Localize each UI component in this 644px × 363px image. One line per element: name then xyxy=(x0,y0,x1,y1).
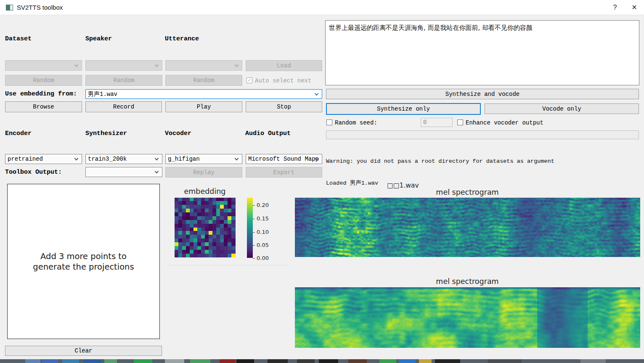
embedding-source-value: 男声1.wav xyxy=(88,90,117,98)
auto-select-next-label: Auto select next xyxy=(255,77,311,84)
mel-spectrogram-bottom-title: mel spectrogram xyxy=(425,277,509,286)
projections-plot: Add 3 more points to generate the projec… xyxy=(7,184,160,339)
chevron-down-icon xyxy=(155,156,159,161)
synthesizer-value: train3_200k xyxy=(88,156,127,162)
use-embedding-label: Use embedding from: xyxy=(5,90,77,98)
enhance-vocoder-label: Enhance vocoder output xyxy=(466,119,543,126)
vocoder-value: g_hifigan xyxy=(168,156,200,162)
toolbox-output-select[interactable] xyxy=(85,167,162,177)
synthesize-only-button[interactable]: Synthesize only xyxy=(326,103,481,115)
embedding-colorbar xyxy=(247,198,253,258)
mel-spectrogram-top xyxy=(295,198,640,257)
projections-message: Add 3 more points to generate the projec… xyxy=(33,251,134,272)
figure-divider xyxy=(167,265,289,265)
colorbar-tick: 0.10 xyxy=(257,229,269,235)
colorbar-tick: 0.20 xyxy=(257,202,269,208)
embedding-heatmap xyxy=(175,198,236,257)
chevron-down-icon xyxy=(74,156,79,161)
synthesize-and-vocode-button[interactable]: Synthesize and vocode xyxy=(326,89,639,99)
colorbar-tick: 0.15 xyxy=(257,215,269,222)
synthesizer-select[interactable]: train3_200k xyxy=(85,154,162,164)
embedding-title: embedding xyxy=(173,187,236,196)
utterance-select[interactable] xyxy=(165,60,242,71)
log-line: Warning: you did not pass a root directo… xyxy=(326,158,641,165)
play-button[interactable]: Play xyxy=(165,101,242,112)
app-icon xyxy=(6,5,13,11)
replay-button[interactable]: Replay xyxy=(165,167,242,178)
clear-button[interactable]: Clear xyxy=(5,346,162,356)
close-button[interactable]: ✕ xyxy=(625,0,644,15)
dataset-select[interactable] xyxy=(5,60,82,71)
toolbox-output-label: Toolbox Output: xyxy=(5,169,62,176)
mel-spectrogram-bottom xyxy=(295,287,640,348)
vocoder-label: Vocoder xyxy=(165,130,191,137)
chevron-down-icon xyxy=(235,63,239,67)
chevron-down-icon xyxy=(155,170,159,174)
load-button[interactable]: Load xyxy=(246,60,322,71)
dataset-label: Dataset xyxy=(5,35,32,42)
random-utterance-button[interactable]: Random xyxy=(165,75,242,86)
speaker-select[interactable] xyxy=(85,60,162,71)
colorbar-tick: 0.05 xyxy=(257,242,269,248)
vocode-only-button[interactable]: Vocode only xyxy=(485,103,639,114)
encoder-label: Encoder xyxy=(5,130,32,137)
progress-bar xyxy=(326,130,639,139)
chevron-down-icon xyxy=(74,63,79,67)
encoder-value: pretrained xyxy=(8,156,43,162)
encoder-select[interactable]: pretrained xyxy=(5,154,82,164)
embedding-source-select[interactable]: 男声1.wav xyxy=(85,89,322,99)
random-seed-label: Random seed: xyxy=(335,119,377,126)
synthesizer-label: Synthesizer xyxy=(85,130,127,137)
browse-button[interactable]: Browse xyxy=(5,101,82,112)
vocoder-select[interactable]: g_hifigan xyxy=(165,154,242,164)
chevron-down-icon xyxy=(315,91,319,95)
chevron-down-icon xyxy=(235,156,239,161)
mel-spectrogram-top-title: mel spectrogram xyxy=(425,188,509,196)
record-button[interactable]: Record xyxy=(85,101,162,112)
speaker-label: Speaker xyxy=(85,35,112,42)
app-window: SV2TTS toolbox ? ✕ Dataset Speaker Utter… xyxy=(0,0,644,363)
window-title: SV2TTS toolbox xyxy=(17,4,63,11)
random-speaker-button[interactable]: Random xyxy=(85,75,162,86)
chevron-down-icon xyxy=(155,63,159,67)
title-bar: SV2TTS toolbox ? ✕ xyxy=(0,0,644,15)
seed-input[interactable]: 0 xyxy=(421,118,453,127)
stop-button[interactable]: Stop xyxy=(246,101,322,112)
enhance-vocoder-checkbox[interactable] xyxy=(457,119,463,125)
audio-output-select[interactable]: Microsoft Sound Mapp xyxy=(246,154,322,164)
utterance-label: Utterance xyxy=(165,35,199,42)
random-seed-checkbox[interactable] xyxy=(326,119,332,125)
auto-select-next-checkbox[interactable]: ✓ xyxy=(246,77,252,83)
export-button[interactable]: Export xyxy=(246,167,322,178)
taskbar-strip xyxy=(0,359,644,363)
random-dataset-button[interactable]: Random xyxy=(5,75,82,86)
text-to-synthesize-input[interactable]: 世界上最遥远的距离不是天涯海角, 而是我站在你面前, 却看不见你的容颜 xyxy=(325,20,639,85)
colorbar-tick: 0.00 xyxy=(257,255,269,261)
audio-output-label: Audio Output xyxy=(245,130,291,137)
help-button[interactable]: ? xyxy=(605,0,625,15)
audio-output-value: Microsoft Sound Mapp xyxy=(248,156,319,162)
